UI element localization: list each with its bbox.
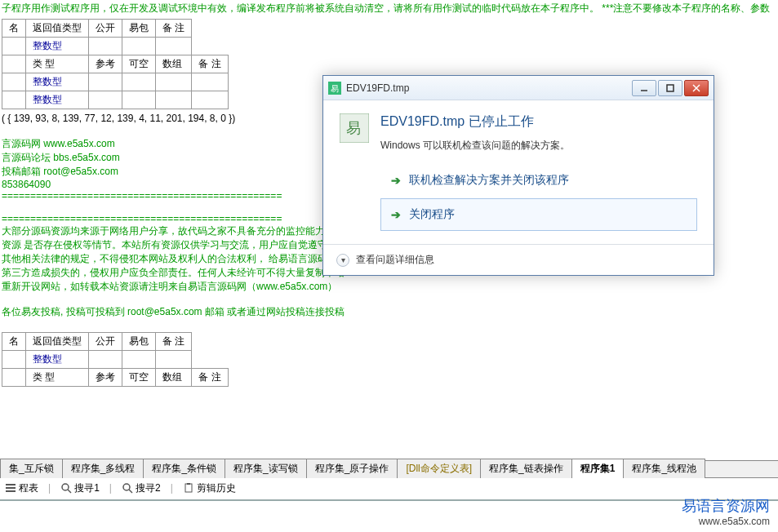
dialog-window-title: EDV19FD.tmp	[346, 82, 632, 94]
arrow-icon: ➔	[391, 208, 401, 221]
svg-rect-2	[6, 490, 16, 492]
type-link[interactable]: 整数型	[26, 351, 89, 369]
svg-rect-1	[6, 487, 16, 489]
svg-rect-12	[667, 85, 674, 91]
option-check-online[interactable]: ➔ 联机检查解决方案并关闭该程序	[380, 164, 697, 197]
dialog-message: Windows 可以联机检查该问题的解决方案。	[380, 139, 697, 153]
tab-mutex[interactable]: 集_互斥锁	[0, 459, 63, 478]
th-epack: 易包	[122, 20, 156, 38]
th-public: 公开	[89, 20, 122, 38]
clipboard-icon	[183, 482, 194, 494]
svg-point-3	[62, 484, 69, 490]
brand-text: 易语言资源网	[682, 496, 770, 516]
dialog-titlebar[interactable]: 易 EDV19FD.tmp	[323, 76, 714, 100]
type-link[interactable]: 整数型	[26, 38, 89, 55]
table-row[interactable]: 整数型	[2, 91, 229, 109]
maximize-button[interactable]	[658, 80, 682, 96]
tab-set1[interactable]: 程序集1	[571, 459, 625, 478]
header-comment: 子程序用作测试程序用，仅在开发及调试环境中有效，编译发布程序前将被系统自动清空，…	[2, 0, 776, 17]
tab-dll[interactable]: [Dll命令定义表]	[397, 459, 481, 478]
search2-button[interactable]: 搜寻2	[122, 481, 161, 495]
bottom-toolbar: 程表 | 搜寻1 | 搜寻2 | 剪辑历史	[0, 478, 778, 498]
chevron-down-icon: ▾	[336, 254, 349, 267]
search-icon	[60, 482, 72, 494]
definition-table-1: 名 返回值类型 公开 易包 备 注 整数型 类 型 参考 可空 数组 备 注 整…	[2, 19, 229, 109]
tab-rwlock[interactable]: 程序集_读写锁	[225, 459, 307, 478]
definition-table-2: 名 返回值类型 公开 易包 备 注 整数型 类 型 参考 可空 数组 备 注	[2, 332, 229, 387]
proc-table-button[interactable]: 程表	[5, 481, 38, 495]
watermark: 易语言资源网 www.e5a5x.com	[682, 496, 770, 527]
svg-line-4	[68, 490, 71, 493]
divider	[0, 499, 778, 501]
close-button[interactable]	[684, 80, 709, 96]
svg-rect-7	[185, 484, 192, 492]
th-note: 备 注	[156, 20, 192, 38]
crash-dialog: 易 EDV19FD.tmp 易 EDV19FD.tmp 已停止工作 Window…	[322, 75, 714, 276]
tab-threadpool[interactable]: 程序集_线程池	[623, 459, 705, 478]
table-row[interactable]: 整数型	[2, 38, 229, 55]
search-icon	[122, 482, 133, 494]
arrow-icon: ➔	[391, 174, 401, 187]
list-icon	[5, 482, 16, 494]
svg-text:易: 易	[331, 84, 339, 93]
type-link[interactable]: 整数型	[26, 73, 89, 91]
dialog-title: EDV19FD.tmp 已停止工作	[380, 113, 697, 131]
minimize-button[interactable]	[632, 80, 656, 96]
table-row[interactable]: 整数型	[2, 73, 229, 91]
type-link[interactable]: 整数型	[26, 91, 89, 109]
search1-button[interactable]: 搜寻1	[60, 481, 100, 495]
tab-atomic[interactable]: 程序集_原子操作	[306, 459, 398, 478]
svg-line-6	[129, 490, 132, 493]
tab-linkedlist[interactable]: 程序集_链表操作	[480, 459, 572, 478]
submit-line: 各位易友投稿, 投稿可投稿到 root@e5a5x.com 邮箱 或者通过网站投…	[2, 305, 776, 319]
svg-point-5	[123, 484, 130, 490]
svg-rect-8	[187, 483, 190, 485]
clip-history-button[interactable]: 剪辑历史	[183, 481, 236, 495]
table-row[interactable]: 整数型	[2, 351, 229, 369]
option-close-program[interactable]: ➔ 关闭程序	[380, 198, 697, 231]
svg-text:易: 易	[346, 120, 361, 136]
tab-multithread[interactable]: 程序集_多线程	[62, 459, 144, 478]
app-icon: 易	[328, 82, 341, 95]
program-icon: 易	[340, 113, 369, 143]
disclaimer-line: 重新开设网站，如转载本站资源请注明来自易语言源码网（www.e5a5x.com）	[2, 280, 776, 294]
view-details-toggle[interactable]: ▾ 查看问题详细信息	[323, 244, 714, 275]
svg-rect-0	[6, 484, 16, 485]
th-rettype: 返回值类型	[26, 20, 89, 38]
brand-url: www.e5a5x.com	[682, 516, 770, 527]
module-tabs: 集_互斥锁 程序集_多线程 程序集_条件锁 程序集_读写锁 程序集_原子操作 […	[0, 460, 778, 478]
th-name: 名	[2, 20, 26, 38]
tab-condlock[interactable]: 程序集_条件锁	[143, 459, 225, 478]
